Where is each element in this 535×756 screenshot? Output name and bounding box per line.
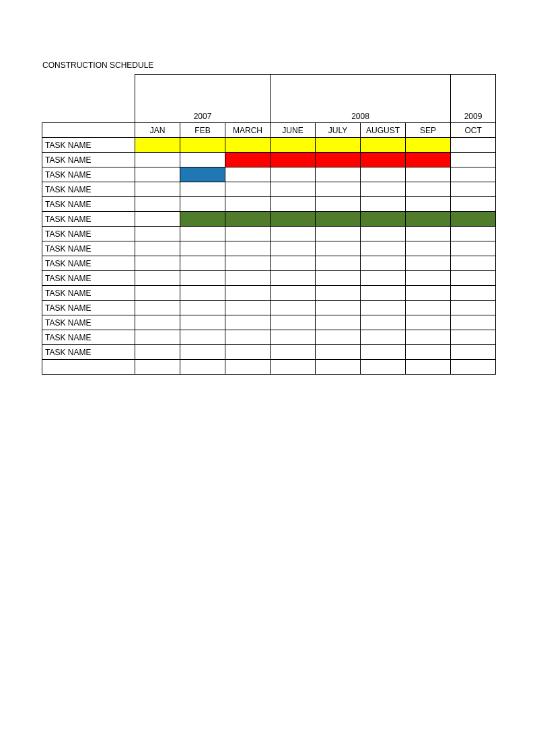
task-name-cell: TASK NAME bbox=[42, 345, 135, 360]
table-row: TASK NAME bbox=[42, 315, 496, 330]
gantt-cell bbox=[361, 197, 406, 212]
gantt-cell bbox=[135, 301, 180, 315]
gantt-cell bbox=[316, 256, 361, 271]
gantt-cell bbox=[316, 182, 361, 197]
gantt-cell bbox=[180, 345, 225, 360]
year-header-spacer bbox=[42, 75, 135, 123]
gantt-cell bbox=[316, 212, 361, 227]
gantt-cell bbox=[180, 153, 225, 167]
task-name-cell: TASK NAME bbox=[42, 271, 135, 286]
gantt-cell bbox=[451, 315, 496, 330]
gantt-cell bbox=[451, 153, 496, 167]
table-row: TASK NAME bbox=[42, 212, 496, 227]
gantt-cell bbox=[361, 227, 406, 241]
page-title: CONSTRUCTION SCHEDULE bbox=[42, 61, 495, 70]
task-name-cell: TASK NAME bbox=[42, 197, 135, 212]
gantt-cell bbox=[451, 138, 496, 153]
task-name-cell: TASK NAME bbox=[42, 256, 135, 271]
gantt-cell bbox=[180, 241, 225, 256]
gantt-cell bbox=[361, 286, 406, 301]
gantt-cell bbox=[180, 286, 225, 301]
gantt-cell bbox=[451, 330, 496, 345]
gantt-cell bbox=[451, 182, 496, 197]
gantt-cell bbox=[135, 271, 180, 286]
table-row: TASK NAME bbox=[42, 271, 496, 286]
task-name-cell: TASK NAME bbox=[42, 167, 135, 182]
table-row: TASK NAME bbox=[42, 301, 496, 315]
gantt-cell bbox=[316, 197, 361, 212]
gantt-cell bbox=[406, 153, 451, 167]
gantt-cell bbox=[271, 301, 316, 315]
gantt-cell bbox=[225, 227, 271, 241]
year-header-2009: 2009 bbox=[451, 75, 496, 123]
task-name-cell: TASK NAME bbox=[42, 286, 135, 301]
gantt-cell bbox=[225, 197, 271, 212]
table-row: TASK NAME bbox=[42, 256, 496, 271]
gantt-cell bbox=[316, 330, 361, 345]
gantt-cell bbox=[316, 167, 361, 182]
gantt-cell bbox=[225, 301, 271, 315]
task-name-cell: TASK NAME bbox=[42, 182, 135, 197]
gantt-cell bbox=[406, 256, 451, 271]
gantt-cell bbox=[271, 227, 316, 241]
gantt-cell bbox=[271, 212, 316, 227]
year-header-2008: 2008 bbox=[271, 75, 451, 123]
gantt-cell bbox=[271, 315, 316, 330]
task-name-cell: TASK NAME bbox=[42, 301, 135, 315]
gantt-cell bbox=[406, 301, 451, 315]
gantt-cell bbox=[361, 315, 406, 330]
gantt-cell bbox=[406, 241, 451, 256]
gantt-cell bbox=[225, 256, 271, 271]
gantt-cell bbox=[225, 315, 271, 330]
month-header: JULY bbox=[316, 123, 361, 138]
gantt-cell bbox=[135, 256, 180, 271]
table-row: TASK NAME bbox=[42, 197, 496, 212]
gantt-cell bbox=[225, 153, 271, 167]
gantt-cell bbox=[406, 138, 451, 153]
gantt-cell bbox=[135, 241, 180, 256]
gantt-cell bbox=[135, 167, 180, 182]
task-name-cell: TASK NAME bbox=[42, 330, 135, 345]
gantt-cell bbox=[225, 167, 271, 182]
table-row: TASK NAME bbox=[42, 241, 496, 256]
table-row: TASK NAME bbox=[42, 227, 496, 241]
gantt-cell bbox=[361, 212, 406, 227]
gantt-cell bbox=[135, 212, 180, 227]
gantt-cell bbox=[271, 286, 316, 301]
gantt-cell bbox=[406, 345, 451, 360]
gantt-cell bbox=[225, 345, 271, 360]
gantt-cell bbox=[271, 138, 316, 153]
gantt-cell bbox=[451, 286, 496, 301]
year-header-2007: 2007 bbox=[135, 75, 271, 123]
gantt-cell bbox=[271, 241, 316, 256]
gantt-cell bbox=[180, 271, 225, 286]
gantt-cell bbox=[316, 227, 361, 241]
gantt-cell bbox=[451, 197, 496, 212]
gantt-cell bbox=[271, 256, 316, 271]
gantt-cell bbox=[225, 271, 271, 286]
table-row: TASK NAME bbox=[42, 153, 496, 167]
year-header-row: 2007 2008 2009 bbox=[42, 75, 496, 123]
gantt-cell bbox=[135, 197, 180, 212]
task-cell-empty bbox=[42, 360, 135, 375]
gantt-cell bbox=[361, 182, 406, 197]
gantt-cell bbox=[361, 153, 406, 167]
gantt-cell bbox=[316, 138, 361, 153]
task-name-cell: TASK NAME bbox=[42, 153, 135, 167]
table-row: TASK NAME bbox=[42, 286, 496, 301]
table-row-empty bbox=[42, 360, 496, 375]
gantt-cell bbox=[225, 212, 271, 227]
month-header-row: JAN FEB MARCH JUNE JULY AUGUST SEP OCT bbox=[42, 123, 496, 138]
gantt-cell bbox=[135, 227, 180, 241]
gantt-cell bbox=[180, 301, 225, 315]
gantt-cell bbox=[180, 256, 225, 271]
gantt-cell bbox=[135, 138, 180, 153]
gantt-cell bbox=[225, 241, 271, 256]
gantt-cell bbox=[316, 301, 361, 315]
gantt-cell bbox=[135, 330, 180, 345]
gantt-cell bbox=[406, 271, 451, 286]
gantt-cell bbox=[451, 271, 496, 286]
gantt-cell bbox=[180, 227, 225, 241]
gantt-cell bbox=[180, 197, 225, 212]
gantt-cell bbox=[225, 138, 271, 153]
